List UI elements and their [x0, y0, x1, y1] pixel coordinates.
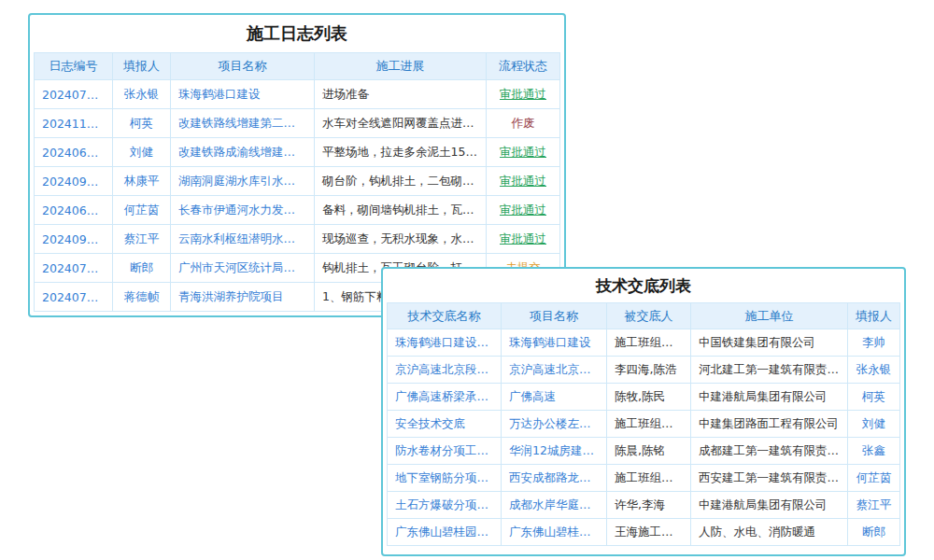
tech-disclosure-table: 技术交底名称项目名称被交底人施工单位填报人珠海鹤港口建设抗浮...珠海鹤港口建设… — [387, 302, 900, 546]
cell-id[interactable]: 2024070011 — [35, 254, 113, 283]
cell-name[interactable]: 京沪高速北京段维修... — [388, 357, 502, 384]
cell-unit: 成都建工第一建筑有限责任公司 — [691, 438, 848, 465]
table-row: 防水卷材分项工程施...华润12城房建工...陈晨,陈铭成都建工第一建筑有限责任… — [388, 438, 900, 465]
cell-reporter[interactable]: 林康平 — [113, 167, 171, 196]
col-header-unit: 施工单位 — [691, 303, 848, 329]
cell-reporter[interactable]: 何芷茵 — [848, 465, 900, 492]
cell-project[interactable]: 长春市伊通河水力发电厂... — [171, 196, 315, 225]
construction-log-title: 施工日志列表 — [30, 15, 564, 52]
cell-project[interactable]: 广东佛山碧桂园项目 — [502, 519, 607, 546]
cell-id[interactable]: 2024060006 — [35, 138, 113, 167]
cell-project[interactable]: 珠海鹤港口建设 — [502, 329, 607, 357]
cell-project[interactable]: 珠海鹤港口建设 — [171, 80, 315, 109]
cell-project[interactable]: 广州市天河区统计局机房... — [171, 254, 315, 283]
cell-recipient: 施工班组带班... — [607, 329, 691, 357]
cell-reporter[interactable]: 柯英 — [848, 384, 900, 411]
cell-progress: 现场巡查，无积水现象，水马... — [315, 225, 487, 254]
col-header-id: 日志编号 — [35, 53, 113, 80]
cell-reporter[interactable]: 张永银 — [113, 80, 171, 109]
tech-disclosure-panel: 技术交底列表 技术交底名称项目名称被交底人施工单位填报人珠海鹤港口建设抗浮...… — [381, 267, 906, 556]
table-row: 土石方爆破分项工程...成都水岸华庭名苑...许华,李海中建港航局集团有限公司蔡… — [388, 492, 900, 519]
cell-project[interactable]: 华润12城房建工... — [502, 438, 607, 465]
table-row: 广佛高速桥梁承台施...广佛高速陈牧,陈民中建港航局集团有限公司柯英 — [388, 384, 900, 411]
cell-status: 审批通过 — [487, 167, 560, 196]
cell-id[interactable]: 2024060005 — [35, 196, 113, 225]
cell-reporter[interactable]: 李帅 — [848, 329, 900, 357]
cell-project[interactable]: 云南水利枢纽潜明水库一... — [171, 225, 315, 254]
cell-project[interactable]: 广佛高速 — [502, 384, 607, 411]
header-row: 技术交底名称项目名称被交底人施工单位填报人 — [388, 303, 900, 329]
cell-recipient: 陈牧,陈民 — [607, 384, 691, 411]
cell-id[interactable]: 2024110002 — [35, 109, 113, 138]
cell-name[interactable]: 安全技术交底 — [388, 411, 502, 438]
cell-reporter[interactable]: 刘健 — [848, 411, 900, 438]
table-row: 2024070011张永银珠海鹤港口建设进场准备审批通过 — [35, 80, 560, 109]
cell-reporter[interactable]: 张鑫 — [848, 438, 900, 465]
cell-id[interactable]: 2024090009 — [35, 225, 113, 254]
col-header-name: 技术交底名称 — [388, 303, 502, 329]
cell-unit: 中建港航局集团有限公司 — [691, 492, 848, 519]
tech-disclosure-title: 技术交底列表 — [383, 269, 904, 302]
cell-recipient: 王海施工队全队 — [607, 519, 691, 546]
cell-project[interactable]: 西安成都路龙湖上... — [502, 465, 607, 492]
cell-status: 审批通过 — [487, 80, 560, 109]
col-header-reporter: 填报人 — [848, 303, 900, 329]
cell-reporter[interactable]: 张永银 — [848, 357, 900, 384]
cell-reporter[interactable]: 蒋德帧 — [113, 283, 171, 312]
cell-project[interactable]: 万达办公楼左侧A... — [502, 411, 607, 438]
table-row: 京沪高速北京段维修...京沪高速北京段维修李四海,陈浩河北建工第一建筑有限责任公… — [388, 357, 900, 384]
cell-reporter[interactable]: 断郎 — [848, 519, 900, 546]
cell-reporter[interactable]: 柯英 — [113, 109, 171, 138]
cell-reporter[interactable]: 蔡江平 — [848, 492, 900, 519]
cell-unit: 中国铁建集团有限公司 — [691, 329, 848, 357]
cell-progress: 平整场地，拉走多余泥土15辆... — [315, 138, 487, 167]
col-header-recipient: 被交底人 — [607, 303, 691, 329]
cell-project[interactable]: 湖南洞庭湖水库引水工程... — [171, 167, 315, 196]
cell-project[interactable]: 京沪高速北京段维修 — [502, 357, 607, 384]
cell-name[interactable]: 广佛高速桥梁承台施... — [388, 384, 502, 411]
table-row: 2024110002柯英改建铁路线增建第二线直...水车对全线遮阳网覆盖点进行.… — [35, 109, 560, 138]
cell-status: 审批通过 — [487, 196, 560, 225]
cell-progress: 备料，砌间墙钩机排土，瓦工... — [315, 196, 487, 225]
cell-recipient: 许华,李海 — [607, 492, 691, 519]
cell-reporter[interactable]: 刘健 — [113, 138, 171, 167]
table-row: 2024090009林康平湖南洞庭湖水库引水工程...砌台阶，钩机排土，二包砌间… — [35, 167, 560, 196]
cell-status: 审批通过 — [487, 138, 560, 167]
cell-recipient: 陈晨,陈铭 — [607, 438, 691, 465]
cell-reporter[interactable]: 断郎 — [113, 254, 171, 283]
table-row: 珠海鹤港口建设抗浮...珠海鹤港口建设施工班组带班...中国铁建集团有限公司李帅 — [388, 329, 900, 357]
cell-reporter[interactable]: 蔡江平 — [113, 225, 171, 254]
cell-project[interactable]: 青海洪湖养护院项目 — [171, 283, 315, 312]
cell-unit: 人防、水电、消防暖通 — [691, 519, 848, 546]
cell-status: 审批通过 — [487, 225, 560, 254]
table-row: 2024060005何芷茵长春市伊通河水力发电厂...备料，砌间墙钩机排土，瓦工… — [35, 196, 560, 225]
cell-name[interactable]: 广东佛山碧桂园项目... — [388, 519, 502, 546]
table-row: 广东佛山碧桂园项目...广东佛山碧桂园项目王海施工队全队人防、水电、消防暖通断郎 — [388, 519, 900, 546]
cell-id[interactable]: 2024070009 — [35, 283, 113, 312]
col-header-project: 项目名称 — [502, 303, 607, 329]
cell-name[interactable]: 防水卷材分项工程施... — [388, 438, 502, 465]
cell-name[interactable]: 土石方爆破分项工程... — [388, 492, 502, 519]
col-header-progress: 施工进展 — [315, 53, 487, 80]
cell-name[interactable]: 地下室钢筋分项工程... — [388, 465, 502, 492]
cell-id[interactable]: 2024070011 — [35, 80, 113, 109]
cell-project[interactable]: 成都水岸华庭名苑... — [502, 492, 607, 519]
cell-unit: 中建港航局集团有限公司 — [691, 384, 848, 411]
table-row: 安全技术交底万达办公楼左侧A...施工班组带班...中建集团路面工程有限公司刘健 — [388, 411, 900, 438]
cell-id[interactable]: 2024090009 — [35, 167, 113, 196]
col-header-status: 流程状态 — [487, 53, 560, 80]
cell-progress: 砌台阶，钩机排土，二包砌间... — [315, 167, 487, 196]
cell-reporter[interactable]: 何芷茵 — [113, 196, 171, 225]
col-header-project: 项目名称 — [171, 53, 315, 80]
cell-name[interactable]: 珠海鹤港口建设抗浮... — [388, 329, 502, 357]
cell-unit: 中建集团路面工程有限公司 — [691, 411, 848, 438]
table-row: 2024060006刘健改建铁路成渝线增建第二...平整场地，拉走多余泥土15辆… — [35, 138, 560, 167]
cell-recipient: 李四海,陈浩 — [607, 357, 691, 384]
cell-project[interactable]: 改建铁路线增建第二线直... — [171, 109, 315, 138]
cell-unit: 西安建工第一建筑有限责任公司 — [691, 465, 848, 492]
col-header-reporter: 填报人 — [113, 53, 171, 80]
cell-status: 作废 — [487, 109, 560, 138]
table-row: 2024090009蔡江平云南水利枢纽潜明水库一...现场巡查，无积水现象，水马… — [35, 225, 560, 254]
cell-project[interactable]: 改建铁路成渝线增建第二... — [171, 138, 315, 167]
cell-progress: 进场准备 — [315, 80, 487, 109]
